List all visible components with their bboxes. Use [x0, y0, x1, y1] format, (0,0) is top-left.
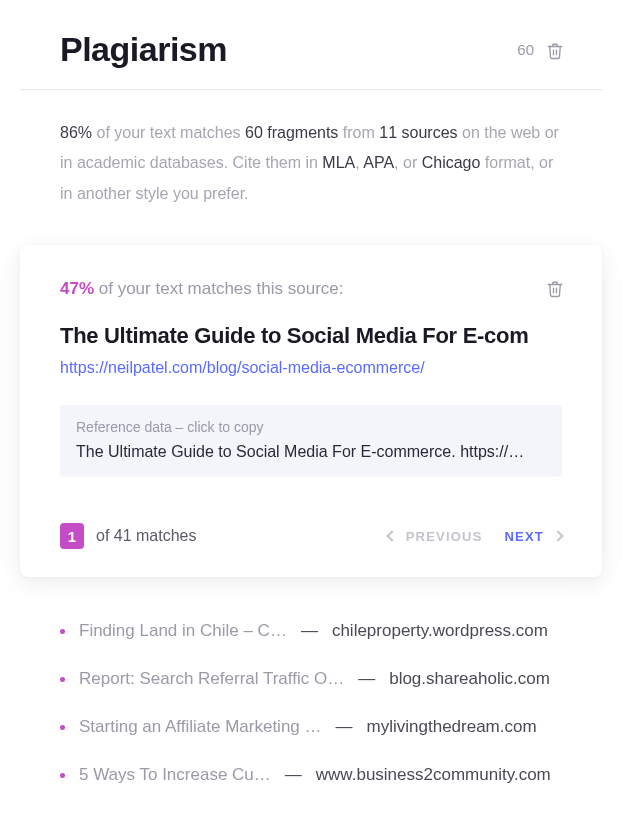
- summary-sources: 11 sources: [379, 124, 457, 141]
- next-button[interactable]: NEXT: [505, 529, 562, 544]
- trash-icon[interactable]: [546, 279, 562, 297]
- list-item-domain: www.business2community.com: [316, 765, 551, 785]
- list-item[interactable]: 5 Ways To Increase Cu… — www.business2co…: [60, 751, 562, 799]
- reference-text: The Ultimate Guide to Social Media For E…: [76, 443, 546, 461]
- header: Plagiarism 60: [20, 30, 602, 90]
- bullet-icon: [60, 629, 65, 634]
- trash-icon[interactable]: [546, 41, 562, 59]
- match-percent: 47%: [60, 279, 94, 298]
- list-item[interactable]: Starting an Affiliate Marketing … — myli…: [60, 703, 562, 751]
- list-item[interactable]: Report: Search Referral Traffic O… — blo…: [60, 655, 562, 703]
- format-mla[interactable]: MLA: [322, 154, 355, 171]
- list-item-domain: mylivingthedream.com: [367, 717, 537, 737]
- source-title: The Ultimate Guide to Social Media For E…: [60, 323, 562, 349]
- list-item-domain: blog.shareaholic.com: [389, 669, 550, 689]
- bullet-icon: [60, 725, 65, 730]
- previous-button[interactable]: PREVIOUS: [388, 529, 483, 544]
- match-navigation: 1 of 41 matches PREVIOUS NEXT: [60, 523, 562, 549]
- list-item-title: Report: Search Referral Traffic O…: [79, 669, 344, 689]
- reference-label: Reference data – click to copy: [76, 419, 546, 435]
- chevron-right-icon: [552, 531, 563, 542]
- other-sources-list: Finding Land in Chile – C… — chileproper…: [20, 607, 602, 799]
- match-line: 47% of your text matches this source:: [60, 279, 343, 299]
- summary-text: 86% of your text matches 60 fragments fr…: [20, 118, 602, 209]
- matches-total: of 41 matches: [96, 527, 197, 545]
- list-item-title: 5 Ways To Increase Cu…: [79, 765, 271, 785]
- top-source-card: 47% of your text matches this source: Th…: [20, 245, 602, 577]
- fragments-count: 60: [517, 41, 534, 58]
- bullet-icon: [60, 773, 65, 778]
- list-item[interactable]: Finding Land in Chile – C… — chileproper…: [60, 607, 562, 655]
- summary-fragments: 60 fragments: [245, 124, 338, 141]
- list-item-title: Finding Land in Chile – C…: [79, 621, 287, 641]
- list-item-title: Starting an Affiliate Marketing …: [79, 717, 322, 737]
- header-actions: 60: [517, 41, 562, 59]
- current-match-badge: 1: [60, 523, 84, 549]
- reference-copy-box[interactable]: Reference data – click to copy The Ultim…: [60, 405, 562, 477]
- bullet-icon: [60, 677, 65, 682]
- summary-percent: 86%: [60, 124, 92, 141]
- format-apa[interactable]: APA: [363, 154, 394, 171]
- page-title: Plagiarism: [60, 30, 227, 69]
- chevron-left-icon: [386, 531, 397, 542]
- source-url-link[interactable]: https://neilpatel.com/blog/social-media-…: [60, 359, 562, 377]
- list-item-domain: chileproperty.wordpress.com: [332, 621, 548, 641]
- format-chicago[interactable]: Chicago: [422, 154, 481, 171]
